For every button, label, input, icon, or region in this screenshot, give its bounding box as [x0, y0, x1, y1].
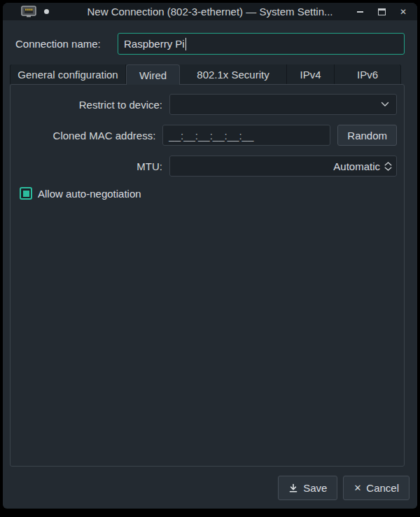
restrict-to-device-row: Restrict to device: [10, 94, 397, 115]
maximize-icon [378, 8, 386, 15]
restrict-to-device-label: Restrict to device: [10, 99, 169, 111]
spinbox-arrows[interactable] [384, 162, 392, 171]
mtu-value: Automatic [333, 160, 380, 172]
random-mac-label: Random [347, 130, 387, 142]
random-mac-button[interactable]: Random [337, 125, 397, 146]
close-button[interactable]: ✕ [398, 7, 408, 17]
tab-ipv6[interactable]: IPv6 [335, 64, 401, 84]
titlebar-buttons: ✕ [355, 3, 408, 20]
save-label: Save [303, 482, 327, 494]
tab-wired[interactable]: Wired [126, 64, 180, 85]
connection-name-value: Raspberry Pi [124, 38, 185, 50]
chevron-up-icon [384, 162, 392, 166]
cloned-mac-value: __:__:__:__:__:__ [169, 130, 253, 142]
pin-dot-icon [44, 9, 49, 14]
dialog-footer: Save ✕ Cancel [278, 476, 410, 500]
tab-bar: General configuration Wired 802.1x Secur… [10, 64, 417, 84]
chevron-down-icon [381, 102, 389, 107]
minimize-button[interactable] [355, 7, 365, 17]
settings-window: New Connection (802-3-ethernet) — System… [3, 3, 417, 509]
cancel-icon: ✕ [354, 483, 361, 493]
restrict-to-device-combobox[interactable] [169, 94, 397, 115]
mtu-spinbox[interactable]: Automatic [169, 156, 397, 177]
tab-ipv4[interactable]: IPv4 [287, 64, 335, 84]
save-icon [288, 483, 298, 493]
mtu-label: MTU: [10, 160, 169, 172]
chevron-down-icon [384, 167, 392, 171]
connection-name-row: Connection name: Raspberry Pi [15, 33, 405, 55]
cloned-mac-label: Cloned MAC address: [10, 130, 162, 142]
checkbox-checked-mark [23, 191, 29, 197]
tab-general-configuration[interactable]: General configuration [10, 64, 126, 84]
maximize-button[interactable] [377, 7, 386, 17]
cloned-mac-row: Cloned MAC address: __:__:__:__:__:__ Ra… [10, 125, 397, 146]
cancel-label: Cancel [366, 482, 399, 494]
titlebar[interactable]: New Connection (802-3-ethernet) — System… [3, 3, 417, 20]
ethernet-app-icon [21, 6, 36, 18]
cancel-button[interactable]: ✕ Cancel [343, 476, 410, 500]
minimize-icon [357, 11, 363, 13]
connection-name-label: Connection name: [15, 38, 113, 50]
text-cursor [186, 38, 187, 50]
connection-name-input[interactable]: Raspberry Pi [118, 33, 405, 55]
cloned-mac-input[interactable]: __:__:__:__:__:__ [162, 125, 330, 146]
screenshot-root: New Connection (802-3-ethernet) — System… [0, 0, 420, 517]
titlebar-left [21, 3, 49, 20]
tab-8021x-security[interactable]: 802.1x Security [180, 64, 287, 84]
auto-negotiation-checkbox[interactable] [20, 187, 32, 200]
mtu-row: MTU: Automatic [10, 156, 397, 177]
close-icon: ✕ [400, 8, 407, 16]
auto-negotiation-label: Allow auto-negotiation [38, 188, 141, 200]
wired-form: Restrict to device: Cloned MAC address: [10, 85, 404, 200]
auto-negotiation-row: Allow auto-negotiation [20, 186, 404, 200]
wired-tab-panel: Restrict to device: Cloned MAC address: [10, 84, 405, 467]
save-button[interactable]: Save [278, 476, 337, 500]
